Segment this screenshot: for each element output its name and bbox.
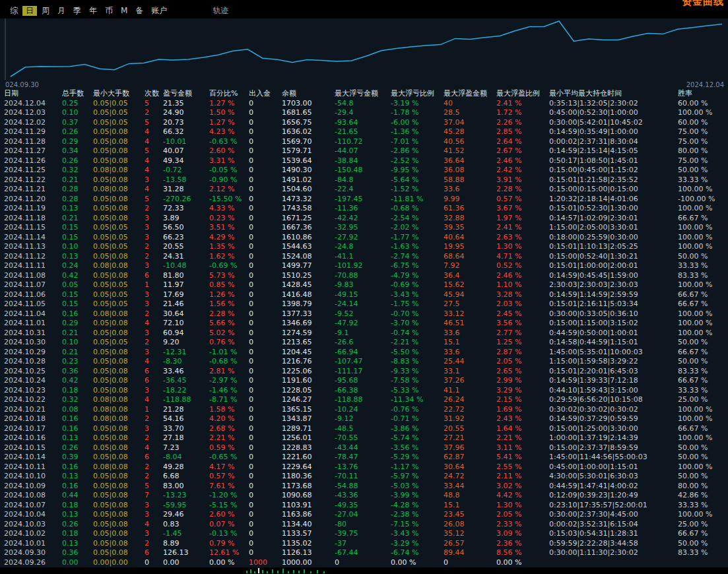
table-row[interactable]: 2024.10.230.180.05|0.083-18.22-1.46 %012… (0, 386, 728, 396)
cell: -2.38 % (387, 510, 440, 520)
cell: 50.00 % (674, 338, 728, 348)
table-row[interactable]: 2024.10.280.230.05|0.084-8.30-0.68 %0121… (0, 357, 728, 367)
table-row[interactable]: 2024.11.180.210.05|0.0833.890.23 %01671.… (0, 214, 728, 224)
table-row[interactable]: 2024.11.210.280.08|0.08431.282.12 %01504… (0, 185, 728, 195)
menu-item-季[interactable]: 季 (70, 6, 84, 16)
cell: 0.05|0.08 (89, 510, 141, 520)
table-row[interactable]: 2024.11.010.290.05|0.08472.105.66 %01346… (0, 319, 728, 329)
table-row[interactable]: 2024.10.210.080.08|0.08121.281.58 %01365… (0, 405, 728, 415)
table-row[interactable]: 2024.11.270.340.05|0.08540.072.60 %01579… (0, 146, 728, 156)
cell: 2 (141, 108, 159, 118)
table-row[interactable]: 2024.11.050.150.05|0.05321.461.56 %01398… (0, 300, 728, 309)
table-row[interactable]: 2024.10.070.180.05|0.083-59.95-5.15 %011… (0, 501, 728, 511)
table-row[interactable]: 2024.10.110.160.08|0.08249.284.17 %01229… (0, 462, 728, 472)
cell: 0 (245, 175, 278, 185)
equity-curve-chart[interactable]: 024.09.30 2024.12.04 (0, 18, 728, 89)
table-row[interactable]: 2024.11.110.240.08|0.083-10.48-0.69 %014… (0, 261, 728, 271)
cell: 66.67 % (674, 290, 728, 300)
cell: -1.20 % (205, 491, 245, 501)
table-header-row: 日期总手数最小大手数次数盈亏金额百分比%出入金余额最大浮亏金额最大浮亏比例最大浮… (0, 89, 728, 99)
table-row[interactable]: 2024.10.220.320.08|0.084-118.88-8.71 %01… (0, 395, 728, 405)
menu-item-周[interactable]: 周 (38, 6, 53, 16)
cell: 2 (141, 414, 159, 424)
table-row[interactable]: 2024.10.080.440.05|0.087-13.23-1.20 %010… (0, 491, 728, 501)
cell: 1 (141, 405, 159, 415)
table-row[interactable]: 2024.11.060.150.05|0.05317.691.26 %01416… (0, 290, 728, 300)
table-row[interactable]: 2024.11.190.130.05|0.08272.334.33 %01743… (0, 204, 728, 214)
table-row[interactable]: 2024.10.040.130.05|0.08329.462.60 %01163… (0, 510, 728, 520)
table-row[interactable]: 2024.10.010.130.05|0.0828.890.79 %01135.… (0, 539, 728, 549)
cell: 1000 (245, 558, 278, 568)
cell: 3 (141, 290, 159, 300)
table-row[interactable]: 2024.11.150.150.05|0.05356.503.51 %01667… (0, 223, 728, 233)
cell: 2 (141, 462, 159, 472)
menu-item-年[interactable]: 年 (86, 6, 100, 16)
menu-item-月[interactable]: 月 (54, 6, 69, 16)
cell: 60.00 % (674, 118, 728, 128)
cell: 2024.11.25 (0, 166, 58, 175)
cell: -8.04 (159, 453, 205, 462)
table-row[interactable]: 2024.12.020.370.05|0.05520.731.27 %01656… (0, 118, 728, 128)
cell: -27.92 (331, 233, 387, 243)
cell: -38.84 (331, 156, 387, 166)
cell: 2.43 % (492, 414, 545, 424)
table-row[interactable]: 2024.10.150.260.05|0.0847.230.59 %01228.… (0, 443, 728, 453)
cell: 0 (245, 529, 278, 539)
table-row[interactable]: 2024.09.260.000.00|0.0000.000.00 %100010… (0, 558, 728, 568)
table-row[interactable]: 2024.10.030.260.05|0.0840.830.07 %01134.… (0, 520, 728, 530)
column-header: 总手数 (58, 89, 89, 99)
cell: -9.1 (331, 329, 387, 338)
table-row[interactable]: 2024.10.090.160.05|0.08583.007.61 %01173… (0, 482, 728, 492)
cell: 0.21 (58, 175, 89, 185)
cell: -197.45 (331, 195, 387, 205)
cell: 5 (141, 195, 159, 205)
table-row[interactable]: 2024.10.140.390.05|0.086-8.04-0.65 %0122… (0, 453, 728, 462)
cell: 50.00 % (674, 166, 728, 175)
cell: 0.13 (58, 539, 89, 549)
cell: 0 (245, 108, 278, 118)
menu-item-备[interactable]: 备 (132, 6, 147, 16)
cell: 0.79 % (205, 539, 245, 549)
cell: 1.56 % (205, 300, 245, 309)
table-row[interactable]: 2024.11.080.420.05|0.08681.805.73 %01510… (0, 271, 728, 281)
table-row[interactable]: 2024.10.310.210.05|0.08360.945.02 %01274… (0, 329, 728, 338)
cell: 2024.10.23 (0, 386, 58, 396)
cell: 0.05|0.08 (89, 214, 141, 224)
menu-item-trajectory[interactable]: 轨迹 (213, 6, 228, 16)
menu-item-账户[interactable]: 账户 (148, 6, 170, 16)
table-row[interactable]: 2024.11.130.100.05|0.05220.551.35 %01544… (0, 242, 728, 252)
table-row[interactable]: 2024.11.250.320.08|0.084-0.72-0.05 %0149… (0, 166, 728, 175)
menu-item-币[interactable]: 币 (102, 6, 116, 16)
cell: -67.44 (331, 548, 387, 558)
menu-item-日[interactable]: 日 (22, 6, 37, 16)
table-row[interactable]: 2024.11.200.280.05|0.085-270.26-15.50 %0… (0, 195, 728, 205)
cell: 0.13 (58, 433, 89, 443)
table-row[interactable]: 2024.09.300.360.05|0.086126.1312.61 %011… (0, 548, 728, 558)
menu-item-M[interactable]: M (117, 6, 131, 16)
cell: 1.27 % (205, 118, 245, 128)
cell: 2024.10.09 (0, 482, 58, 492)
table-row[interactable]: 2024.10.170.160.05|0.08333.702.68 %01289… (0, 424, 728, 434)
table-row[interactable]: 2024.11.280.290.05|0.084-10.01-0.63 %015… (0, 137, 728, 147)
table-row[interactable]: 2024.10.100.130.05|0.0826.680.57 %01180.… (0, 472, 728, 482)
table-row[interactable]: 2024.12.030.100.05|0.05224.901.50 %01681… (0, 108, 728, 118)
table-row[interactable]: 2024.11.140.150.05|0.05366.234.29 %01610… (0, 233, 728, 243)
table-row[interactable]: 2024.11.070.050.05|0.05111.970.85 %01428… (0, 280, 728, 290)
table-row[interactable]: 2024.11.120.130.05|0.08224.311.62 %01524… (0, 252, 728, 262)
cell: 2024.10.03 (0, 520, 58, 530)
table-row[interactable]: 2024.12.040.250.05|0.05521.351.27 %01703… (0, 99, 728, 109)
table-row[interactable]: 2024.10.250.360.05|0.08633.462.81 %01225… (0, 367, 728, 377)
table-row[interactable]: 2024.11.040.160.08|0.08230.642.28 %01377… (0, 309, 728, 319)
table-row[interactable]: 2024.11.290.260.05|0.08466.324.23 %01636… (0, 127, 728, 137)
table-row[interactable]: 2024.11.220.210.05|0.083-13.58-0.90 %014… (0, 175, 728, 185)
cell: -5.03 % (387, 482, 440, 492)
table-row[interactable]: 2024.10.300.100.05|0.0529.200.76 %01213.… (0, 338, 728, 348)
table-row[interactable]: 2024.10.160.130.05|0.08227.182.21 %01256… (0, 433, 728, 443)
table-row[interactable]: 2024.10.290.210.05|0.083-12.31-1.01 %012… (0, 348, 728, 358)
table-row[interactable]: 2024.10.240.420.05|0.086-36.45-2.97 %011… (0, 376, 728, 386)
table-row[interactable]: 2024.10.180.160.08|0.08254.164.20 %01343… (0, 414, 728, 424)
table-row[interactable]: 2024.10.020.180.05|0.083-1.45-0.13 %0113… (0, 529, 728, 539)
cell: -4.79 % (387, 271, 440, 281)
menu-item-综[interactable]: 综 (7, 6, 21, 16)
table-row[interactable]: 2024.11.260.260.05|0.08449.343.31 %01539… (0, 156, 728, 166)
